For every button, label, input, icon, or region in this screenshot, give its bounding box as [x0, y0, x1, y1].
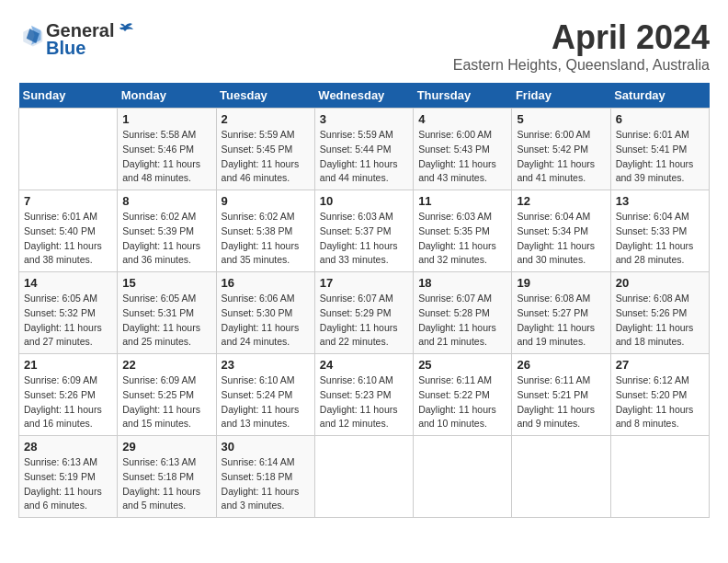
calendar-week-row: 14Sunrise: 6:05 AM Sunset: 5:32 PM Dayli…	[19, 272, 710, 354]
day-info: Sunrise: 6:11 AM Sunset: 5:22 PM Dayligh…	[418, 373, 506, 431]
day-number: 7	[24, 194, 112, 208]
calendar-cell: 1Sunrise: 5:58 AM Sunset: 5:46 PM Daylig…	[118, 109, 216, 190]
title-block: April 2024 Eastern Heights, Queensland, …	[453, 18, 710, 74]
day-info: Sunrise: 6:02 AM Sunset: 5:38 PM Dayligh…	[222, 210, 310, 268]
calendar-cell: 24Sunrise: 6:10 AM Sunset: 5:23 PM Dayli…	[314, 354, 413, 436]
calendar-cell: 30Sunrise: 6:14 AM Sunset: 5:18 PM Dayli…	[216, 436, 314, 518]
day-number: 22	[122, 358, 210, 372]
calendar-cell: 28Sunrise: 6:13 AM Sunset: 5:19 PM Dayli…	[19, 436, 118, 518]
day-number: 23	[222, 358, 310, 372]
calendar-header-row: Sunday Monday Tuesday Wednesday Thursday…	[19, 83, 710, 109]
day-info: Sunrise: 6:04 AM Sunset: 5:34 PM Dayligh…	[517, 210, 605, 268]
calendar-week-row: 7Sunrise: 6:01 AM Sunset: 5:40 PM Daylig…	[19, 190, 710, 272]
calendar-cell: 27Sunrise: 6:12 AM Sunset: 5:20 PM Dayli…	[610, 354, 709, 436]
day-info: Sunrise: 6:05 AM Sunset: 5:32 PM Dayligh…	[24, 292, 112, 350]
day-info: Sunrise: 6:13 AM Sunset: 5:18 PM Dayligh…	[122, 455, 210, 513]
day-info: Sunrise: 6:02 AM Sunset: 5:39 PM Dayligh…	[122, 210, 210, 268]
calendar-week-row: 21Sunrise: 6:09 AM Sunset: 5:26 PM Dayli…	[19, 354, 710, 436]
day-number: 26	[517, 358, 605, 372]
calendar-cell: 10Sunrise: 6:03 AM Sunset: 5:37 PM Dayli…	[314, 190, 413, 272]
calendar-cell: 4Sunrise: 6:00 AM Sunset: 5:43 PM Daylig…	[414, 109, 512, 190]
day-number: 25	[418, 358, 506, 372]
calendar-cell: 5Sunrise: 6:00 AM Sunset: 5:42 PM Daylig…	[512, 109, 610, 190]
day-info: Sunrise: 6:14 AM Sunset: 5:18 PM Dayligh…	[222, 455, 310, 513]
day-number: 1	[122, 112, 210, 126]
day-info: Sunrise: 6:11 AM Sunset: 5:21 PM Dayligh…	[517, 373, 605, 431]
day-number: 2	[222, 112, 310, 126]
day-info: Sunrise: 6:03 AM Sunset: 5:35 PM Dayligh…	[418, 210, 506, 268]
calendar-table: Sunday Monday Tuesday Wednesday Thursday…	[18, 83, 710, 518]
calendar-cell	[610, 436, 709, 518]
col-thursday: Thursday	[414, 83, 512, 109]
calendar-cell	[512, 436, 610, 518]
day-info: Sunrise: 6:05 AM Sunset: 5:31 PM Dayligh…	[122, 292, 210, 350]
day-info: Sunrise: 6:09 AM Sunset: 5:26 PM Dayligh…	[24, 373, 112, 431]
day-number: 5	[517, 112, 605, 126]
day-number: 21	[24, 358, 112, 372]
col-friday: Friday	[512, 83, 610, 109]
calendar-cell: 11Sunrise: 6:03 AM Sunset: 5:35 PM Dayli…	[414, 190, 512, 272]
col-wednesday: Wednesday	[314, 83, 413, 109]
calendar-cell: 9Sunrise: 6:02 AM Sunset: 5:38 PM Daylig…	[216, 190, 314, 272]
calendar-cell: 12Sunrise: 6:04 AM Sunset: 5:34 PM Dayli…	[512, 190, 610, 272]
day-number: 17	[320, 276, 408, 290]
day-info: Sunrise: 6:01 AM Sunset: 5:41 PM Dayligh…	[616, 128, 704, 186]
logo-bird-icon	[116, 18, 134, 37]
day-info: Sunrise: 6:07 AM Sunset: 5:29 PM Dayligh…	[320, 292, 408, 350]
logo-icon	[18, 24, 44, 50]
day-info: Sunrise: 6:08 AM Sunset: 5:26 PM Dayligh…	[616, 292, 704, 350]
day-number: 30	[222, 440, 310, 454]
day-number: 28	[24, 440, 112, 454]
calendar-cell: 8Sunrise: 6:02 AM Sunset: 5:39 PM Daylig…	[118, 190, 216, 272]
day-number: 24	[320, 358, 408, 372]
day-info: Sunrise: 6:03 AM Sunset: 5:37 PM Dayligh…	[320, 210, 408, 268]
calendar-cell: 13Sunrise: 6:04 AM Sunset: 5:33 PM Dayli…	[610, 190, 709, 272]
calendar-title: April 2024	[453, 18, 710, 57]
day-info: Sunrise: 6:08 AM Sunset: 5:27 PM Dayligh…	[517, 292, 605, 350]
day-info: Sunrise: 6:06 AM Sunset: 5:30 PM Dayligh…	[222, 292, 310, 350]
day-number: 3	[320, 112, 408, 126]
calendar-cell	[414, 436, 512, 518]
calendar-subtitle: Eastern Heights, Queensland, Australia	[453, 57, 710, 74]
day-info: Sunrise: 6:12 AM Sunset: 5:20 PM Dayligh…	[616, 373, 704, 431]
calendar-cell: 23Sunrise: 6:10 AM Sunset: 5:24 PM Dayli…	[216, 354, 314, 436]
day-info: Sunrise: 5:58 AM Sunset: 5:46 PM Dayligh…	[122, 128, 210, 186]
calendar-cell: 2Sunrise: 5:59 AM Sunset: 5:45 PM Daylig…	[216, 109, 314, 190]
day-number: 15	[122, 276, 210, 290]
col-sunday: Sunday	[19, 83, 118, 109]
day-number: 18	[418, 276, 506, 290]
day-info: Sunrise: 6:01 AM Sunset: 5:40 PM Dayligh…	[24, 210, 112, 268]
calendar-cell: 17Sunrise: 6:07 AM Sunset: 5:29 PM Dayli…	[314, 272, 413, 354]
calendar-cell: 26Sunrise: 6:11 AM Sunset: 5:21 PM Dayli…	[512, 354, 610, 436]
day-info: Sunrise: 6:00 AM Sunset: 5:42 PM Dayligh…	[517, 128, 605, 186]
day-info: Sunrise: 6:10 AM Sunset: 5:24 PM Dayligh…	[222, 373, 310, 431]
calendar-cell: 15Sunrise: 6:05 AM Sunset: 5:31 PM Dayli…	[118, 272, 216, 354]
calendar-cell: 21Sunrise: 6:09 AM Sunset: 5:26 PM Dayli…	[19, 354, 118, 436]
day-number: 20	[616, 276, 704, 290]
calendar-cell: 6Sunrise: 6:01 AM Sunset: 5:41 PM Daylig…	[610, 109, 709, 190]
day-number: 13	[616, 194, 704, 208]
logo: General Blue	[18, 18, 134, 59]
calendar-cell: 20Sunrise: 6:08 AM Sunset: 5:26 PM Dayli…	[610, 272, 709, 354]
calendar-cell	[314, 436, 413, 518]
calendar-cell: 18Sunrise: 6:07 AM Sunset: 5:28 PM Dayli…	[414, 272, 512, 354]
page-header: General Blue April 2024 Eastern Heights,…	[18, 18, 710, 74]
col-tuesday: Tuesday	[216, 83, 314, 109]
day-info: Sunrise: 6:00 AM Sunset: 5:43 PM Dayligh…	[418, 128, 506, 186]
col-monday: Monday	[118, 83, 216, 109]
day-number: 8	[122, 194, 210, 208]
day-number: 27	[616, 358, 704, 372]
day-number: 19	[517, 276, 605, 290]
day-info: Sunrise: 6:09 AM Sunset: 5:25 PM Dayligh…	[122, 373, 210, 431]
calendar-cell: 3Sunrise: 5:59 AM Sunset: 5:44 PM Daylig…	[314, 109, 413, 190]
day-number: 10	[320, 194, 408, 208]
col-saturday: Saturday	[610, 83, 709, 109]
day-number: 6	[616, 112, 704, 126]
day-number: 14	[24, 276, 112, 290]
day-number: 4	[418, 112, 506, 126]
day-info: Sunrise: 6:13 AM Sunset: 5:19 PM Dayligh…	[24, 455, 112, 513]
calendar-cell: 29Sunrise: 6:13 AM Sunset: 5:18 PM Dayli…	[118, 436, 216, 518]
calendar-cell: 7Sunrise: 6:01 AM Sunset: 5:40 PM Daylig…	[19, 190, 118, 272]
day-info: Sunrise: 6:10 AM Sunset: 5:23 PM Dayligh…	[320, 373, 408, 431]
day-number: 16	[222, 276, 310, 290]
